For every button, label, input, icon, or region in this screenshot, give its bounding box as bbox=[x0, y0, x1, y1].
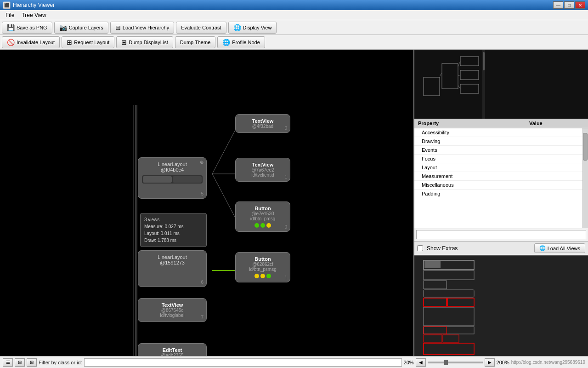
display-view-button[interactable]: 🌐 Display View bbox=[228, 22, 277, 34]
edittext-node[interactable]: EditText @adb2365 id/tvlog 8 bbox=[138, 343, 207, 356]
dot-yellow-3 bbox=[260, 274, 265, 278]
prop-layout[interactable]: Layout bbox=[414, 163, 582, 172]
textview3-node[interactable]: TextView @867545c id/tvloglabel 7 bbox=[138, 298, 207, 322]
linearlayout1-bar bbox=[142, 175, 203, 184]
button2-type: Button bbox=[239, 256, 286, 262]
button2-id: id/btn_psmsg bbox=[239, 267, 286, 272]
load-hierarchy-icon: ⊞ bbox=[115, 24, 121, 31]
button1-id: id/btn_pmsg bbox=[239, 216, 286, 221]
linearlayout2-node[interactable]: LinearLayout @1591273 6 bbox=[138, 250, 207, 287]
prop-focus[interactable]: Focus bbox=[414, 155, 582, 163]
button2-node[interactable]: Button @62862cf id/btn_psmsg 1 bbox=[235, 252, 290, 282]
dot-green-2 bbox=[260, 223, 265, 228]
prop-padding[interactable]: Padding bbox=[414, 190, 582, 198]
evaluate-contrast-label: Evaluate Contrast bbox=[181, 25, 221, 30]
prop-search-input[interactable] bbox=[416, 230, 586, 239]
linearlayout1-expand: ⊕ bbox=[200, 160, 204, 165]
view-split-button[interactable]: ⊟ bbox=[15, 358, 25, 367]
svg-rect-30 bbox=[424, 261, 441, 268]
svg-line-15 bbox=[458, 85, 460, 89]
prop-col-header: Property bbox=[418, 121, 529, 126]
right-panel: Property Value Accessibility Drawing Eve… bbox=[413, 50, 588, 356]
prop-table-header: Property Value bbox=[414, 119, 588, 128]
app-icon: 🔳 bbox=[3, 1, 11, 9]
view-grid-button[interactable]: ⊞ bbox=[27, 358, 37, 367]
toolbar2: 🚫 Invalidate Layout ⊞ Request Layout ⊞ D… bbox=[0, 35, 588, 50]
view-list-button[interactable]: ☰ bbox=[3, 358, 13, 367]
invalidate-icon: 🚫 bbox=[7, 39, 15, 46]
textview2-node[interactable]: TextView @7a67ee2 id/tvclientid 1 bbox=[235, 158, 290, 182]
button1-type: Button bbox=[239, 206, 286, 211]
main-area: TextView @4f32bad 0 TextView @7a67ee2 id… bbox=[0, 50, 588, 356]
svg-rect-19 bbox=[424, 270, 474, 280]
svg-line-2 bbox=[212, 174, 235, 218]
dump-dl-icon: ⊞ bbox=[121, 39, 127, 46]
prop-miscellaneous[interactable]: Miscellaneous bbox=[414, 181, 582, 190]
svg-rect-25 bbox=[424, 327, 474, 334]
minimize-button[interactable]: — bbox=[553, 1, 563, 9]
svg-line-14 bbox=[458, 75, 460, 76]
dump-displaylist-button[interactable]: ⊞ Dump DisplayList bbox=[116, 36, 173, 48]
tooltip-layout: Layout: 0.011 ms bbox=[144, 230, 203, 237]
extras-checkbox[interactable] bbox=[417, 245, 423, 251]
svg-line-13 bbox=[458, 61, 460, 67]
textview1-node[interactable]: TextView @4f32bad 0 bbox=[235, 114, 290, 133]
svg-rect-27 bbox=[424, 335, 442, 342]
titlebar: 🔳 Hierarchy Viewer — □ ✕ bbox=[0, 0, 588, 10]
load-view-hierarchy-button[interactable]: ⊞ Load View Hierarchy bbox=[110, 22, 174, 34]
tooltip-measure: Measure: 0.027 ms bbox=[144, 223, 203, 230]
request-layout-button[interactable]: ⊞ Request Layout bbox=[62, 36, 114, 48]
linearlayout1-node[interactable]: ⊕ LinearLayout @f04b0c4 5 bbox=[138, 157, 207, 199]
filter-input[interactable] bbox=[84, 358, 402, 367]
load-all-views-label: Load All Views bbox=[548, 246, 580, 251]
dot-green-1 bbox=[254, 223, 259, 228]
zoom-right-button[interactable]: ▶ bbox=[485, 358, 495, 367]
save-png-button[interactable]: 💾 Save as PNG bbox=[2, 22, 52, 34]
textview1-num: 0 bbox=[284, 126, 287, 131]
load-all-views-button[interactable]: 🌐 Load All Views bbox=[534, 243, 585, 253]
evaluate-contrast-button[interactable]: Evaluate Contrast bbox=[176, 22, 226, 34]
prop-list[interactable]: Accessibility Drawing Events Focus Layou… bbox=[414, 128, 582, 228]
svg-rect-20 bbox=[424, 281, 447, 289]
dot-yellow-2 bbox=[254, 274, 259, 278]
zoom-thumb[interactable] bbox=[444, 360, 448, 365]
menu-treeview[interactable]: Tree View bbox=[18, 11, 50, 19]
button2-addr: @62862cf bbox=[239, 262, 286, 267]
textview3-type: TextView bbox=[142, 302, 203, 308]
textview3-addr: @867545c bbox=[142, 308, 203, 313]
tooltip-draw: Draw: 1.788 ms bbox=[144, 237, 203, 244]
dot-yellow-1 bbox=[266, 223, 271, 228]
display-icon: 🌐 bbox=[233, 24, 241, 31]
svg-rect-26 bbox=[424, 327, 447, 334]
capture-layers-button[interactable]: 📷 Capture Layers bbox=[54, 22, 108, 34]
close-button[interactable]: ✕ bbox=[575, 1, 585, 9]
svg-line-12 bbox=[440, 73, 442, 76]
prop-drawing[interactable]: Drawing bbox=[414, 137, 582, 146]
profile-node-button[interactable]: 🌐 Profile Node bbox=[217, 36, 265, 48]
menu-file[interactable]: File bbox=[2, 11, 18, 19]
window-controls: — □ ✕ bbox=[553, 1, 585, 9]
button1-addr: @e7e1530 bbox=[239, 211, 286, 216]
zoom-slider[interactable] bbox=[428, 362, 483, 363]
prop-accessibility[interactable]: Accessibility bbox=[414, 128, 582, 137]
canvas-area[interactable]: TextView @4f32bad 0 TextView @7a67ee2 id… bbox=[0, 50, 413, 356]
load-icon: 🌐 bbox=[539, 245, 546, 251]
prop-scrollbar[interactable] bbox=[582, 128, 588, 228]
preview-area bbox=[414, 255, 588, 356]
save-icon: 💾 bbox=[7, 24, 15, 31]
linearlayout2-addr: @1591273 bbox=[142, 260, 203, 265]
invalidate-layout-button[interactable]: 🚫 Invalidate Layout bbox=[2, 36, 60, 48]
textview3-id: id/tvloglabel bbox=[142, 313, 203, 318]
zoom-max-label: 200% bbox=[497, 360, 509, 365]
scrollbar-thumb[interactable] bbox=[583, 133, 588, 161]
dump-theme-button[interactable]: Dump Theme bbox=[175, 36, 215, 48]
svg-rect-8 bbox=[460, 70, 479, 80]
textview1-addr: @4f32bad bbox=[239, 124, 286, 129]
prop-measurement[interactable]: Measurement bbox=[414, 172, 582, 181]
zoom-left-button[interactable]: ◀ bbox=[416, 358, 426, 367]
button1-node[interactable]: Button @e7e1530 id/btn_pmsg 0 bbox=[235, 201, 290, 232]
capture-icon: 📷 bbox=[59, 24, 67, 31]
prop-events[interactable]: Events bbox=[414, 146, 582, 155]
maximize-button[interactable]: □ bbox=[564, 1, 574, 9]
panel-bottom: Show Extras 🌐 Load All Views bbox=[414, 241, 588, 255]
